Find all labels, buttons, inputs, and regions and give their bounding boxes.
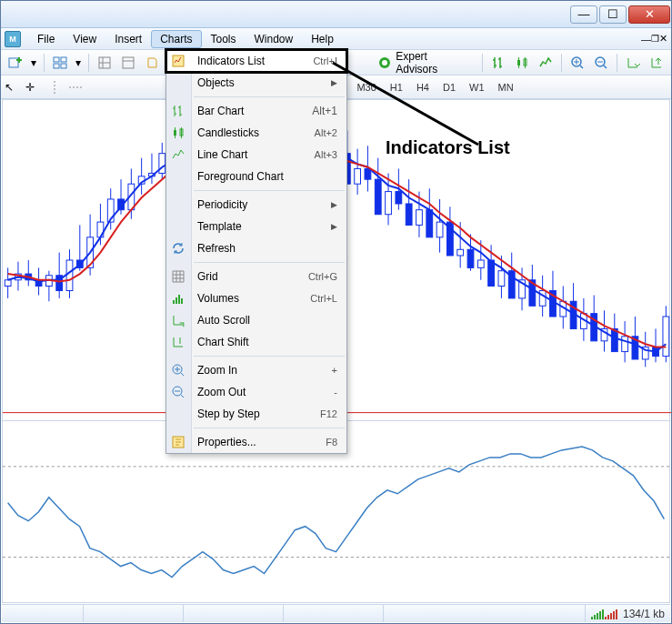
menu-line-chart[interactable]: Line ChartAlt+3: [166, 144, 346, 166]
menu-indicators-list[interactable]: Indicators List Ctrl+I: [166, 50, 346, 72]
svg-rect-96: [416, 210, 423, 226]
menu-zoom-in[interactable]: Zoom In+: [166, 359, 346, 381]
candles-button[interactable]: [511, 53, 533, 73]
zoom-out-button[interactable]: [590, 53, 612, 73]
menu-step-by-step[interactable]: Step by StepF12: [166, 403, 346, 425]
annotation-arrow: [324, 58, 487, 149]
menu-template[interactable]: Template▶: [166, 216, 346, 237]
svg-rect-6: [123, 57, 134, 68]
line-chart-icon: [171, 147, 186, 162]
connection-status: 134/1 kb: [623, 608, 665, 620]
svg-rect-88: [375, 179, 381, 215]
svg-rect-84: [355, 168, 361, 184]
market-watch-button[interactable]: [94, 53, 115, 73]
menu-auto-scroll[interactable]: Auto Scroll: [166, 309, 346, 331]
maximize-button[interactable]: ☐: [599, 5, 627, 24]
navigator-button[interactable]: [141, 53, 163, 73]
hline-button[interactable]: [68, 80, 88, 95]
menu-view[interactable]: View: [64, 30, 105, 48]
window-controls: — ☐ ✕: [570, 5, 670, 24]
properties-icon: [171, 435, 186, 449]
statusbar: 134/1 kb: [2, 604, 670, 622]
svg-rect-90: [386, 192, 392, 215]
svg-rect-92: [396, 192, 402, 204]
menu-file[interactable]: File: [28, 30, 64, 48]
svg-rect-28: [66, 260, 73, 291]
mdi-restore-button[interactable]: ❐: [651, 34, 659, 44]
menubar: M File View Insert Charts Tools Window H…: [1, 28, 671, 50]
volumes-icon: [171, 291, 186, 306]
auto-scroll-button[interactable]: [622, 53, 644, 73]
profiles-dropdown[interactable]: ▾: [73, 53, 84, 73]
menu-tools[interactable]: Tools: [202, 30, 246, 48]
connection-icon: [591, 609, 618, 619]
menu-zoom-out[interactable]: Zoom Out-: [166, 381, 346, 403]
svg-rect-4: [61, 64, 66, 68]
menu-window[interactable]: Window: [246, 30, 303, 48]
svg-rect-104: [457, 249, 464, 256]
annotation-label: Indicators List: [386, 137, 510, 158]
menu-foreground-chart[interactable]: Foreground Chart: [166, 166, 346, 187]
candlesticks-icon: [171, 126, 186, 140]
minimize-button[interactable]: —: [570, 5, 597, 24]
menu-grid[interactable]: GridCtrl+G: [166, 266, 346, 287]
grid-icon: [171, 269, 186, 284]
menu-chart-shift[interactable]: Chart Shift: [166, 331, 346, 353]
data-window-button[interactable]: [117, 53, 139, 73]
menu-charts[interactable]: Charts: [151, 30, 201, 48]
svg-rect-108: [477, 260, 484, 267]
menu-volumes[interactable]: VolumesCtrl+L: [166, 287, 346, 309]
mdi-minimize-button[interactable]: —: [641, 34, 651, 45]
menu-help[interactable]: Help: [302, 30, 343, 48]
svg-rect-144: [663, 317, 669, 357]
indicators-list-label: Indicators List: [197, 55, 265, 67]
svg-rect-147: [173, 55, 184, 66]
svg-rect-2: [61, 57, 66, 62]
close-button[interactable]: ✕: [628, 5, 670, 24]
refresh-icon: [171, 241, 186, 256]
menu-refresh[interactable]: Refresh: [166, 237, 346, 259]
submenu-arrow-icon: ▶: [331, 200, 337, 209]
menu-objects[interactable]: Objects▶: [166, 72, 346, 94]
titlebar: — ☐ ✕: [1, 1, 671, 28]
zoom-in-button[interactable]: [567, 53, 588, 73]
svg-rect-136: [622, 337, 628, 352]
svg-rect-106: [467, 249, 474, 267]
menu-bar-chart[interactable]: Bar ChartAlt+1: [166, 100, 346, 122]
svg-rect-100: [436, 222, 443, 237]
bar-chart-button[interactable]: [487, 53, 509, 73]
cursor-button[interactable]: ↖: [5, 81, 25, 94]
menu-insert[interactable]: Insert: [105, 30, 151, 48]
auto-scroll-icon: [171, 313, 186, 327]
menu-candlesticks[interactable]: CandlesticksAlt+2: [166, 122, 346, 144]
chart-shift-icon: [171, 335, 186, 349]
chart-shift-button[interactable]: [646, 53, 667, 73]
line-chart-button[interactable]: [535, 53, 557, 73]
submenu-arrow-icon: ▶: [331, 222, 337, 231]
tf-mn[interactable]: MN: [492, 79, 520, 96]
menu-properties[interactable]: Properties...F8: [166, 431, 346, 453]
indicators-icon: [171, 54, 186, 68]
app-window: — ☐ ✕ M File View Insert Charts Tools Wi…: [0, 0, 672, 624]
profiles-button[interactable]: [49, 53, 71, 73]
mdi-close-button[interactable]: ✕: [659, 33, 667, 45]
menu-periodicity[interactable]: Periodicity▶: [166, 194, 346, 216]
svg-rect-112: [498, 271, 505, 287]
svg-rect-16: [5, 280, 11, 287]
svg-rect-3: [54, 64, 59, 68]
svg-rect-94: [406, 204, 412, 225]
vline-button[interactable]: [47, 80, 67, 95]
svg-rect-110: [488, 260, 495, 286]
app-icon: M: [5, 31, 21, 47]
crosshair-button[interactable]: ✛: [25, 81, 45, 94]
bar-chart-icon: [171, 104, 186, 118]
new-chart-dropdown[interactable]: ▾: [28, 53, 39, 73]
new-chart-button[interactable]: [5, 53, 26, 73]
svg-rect-98: [426, 210, 433, 237]
zoom-in-icon: [171, 363, 186, 377]
charts-dropdown: Indicators List Ctrl+I Objects▶ Bar Char…: [165, 49, 347, 454]
zoom-out-icon: [171, 385, 186, 399]
svg-rect-1: [54, 57, 59, 62]
